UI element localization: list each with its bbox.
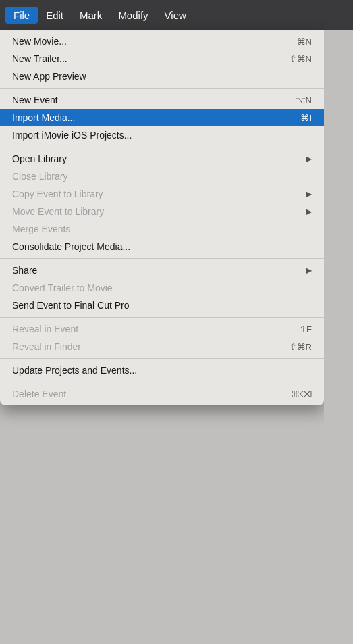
menu-item-consolidate[interactable]: Consolidate Project Media...: [0, 238, 324, 255]
menu-item-update-projects[interactable]: Update Projects and Events...: [0, 362, 324, 379]
new-trailer-label: New Trailer...: [12, 53, 67, 64]
reveal-finder-label: Reveal in Finder: [12, 341, 81, 352]
background-app: [324, 30, 353, 644]
import-media-shortcut: ⌘I: [300, 113, 312, 123]
new-event-shortcut: ⌥N: [296, 95, 312, 105]
consolidate-label: Consolidate Project Media...: [12, 241, 130, 252]
menu-item-send-final-cut[interactable]: Send Event to Final Cut Pro: [0, 297, 324, 314]
menu-bar: File Edit Mark Modify View: [0, 0, 353, 30]
open-library-arrow: ▶: [306, 154, 312, 164]
merge-events-label: Merge Events: [12, 224, 70, 234]
menu-item-reveal-finder: Reveal in Finder ⇧⌘R: [0, 338, 324, 355]
update-projects-label: Update Projects and Events...: [12, 365, 137, 376]
menu-item-delete-event: Delete Event ⌘⌫: [0, 385, 324, 403]
copy-event-arrow: ▶: [306, 189, 312, 199]
menu-item-new-app-preview[interactable]: New App Preview: [0, 68, 324, 85]
menu-item-new-event[interactable]: New Event ⌥N: [0, 91, 324, 109]
close-library-label: Close Library: [12, 171, 67, 182]
import-media-label: Import Media...: [12, 112, 75, 123]
menu-section-2: New Event ⌥N Import Media... ⌘I Import i…: [0, 89, 324, 147]
menu-section-7: Delete Event ⌘⌫: [0, 382, 324, 405]
new-movie-shortcut: ⌘N: [297, 36, 312, 47]
delete-event-label: Delete Event: [12, 389, 66, 399]
menu-item-close-library: Close Library: [0, 168, 324, 185]
menu-item-copy-event: Copy Event to Library ▶: [0, 185, 324, 203]
share-label: Share: [12, 265, 37, 276]
menu-bar-modify[interactable]: Modify: [110, 7, 156, 24]
reveal-event-shortcut: ⇧F: [299, 324, 312, 335]
reveal-finder-shortcut: ⇧⌘R: [290, 342, 312, 352]
copy-event-label: Copy Event to Library: [12, 189, 103, 199]
delete-event-shortcut: ⌘⌫: [291, 389, 312, 399]
menu-section-3: Open Library ▶ Close Library Copy Event …: [0, 147, 324, 259]
menu-item-open-library[interactable]: Open Library ▶: [0, 150, 324, 168]
menu-item-move-event: Move Event to Library ▶: [0, 203, 324, 220]
menu-bar-view[interactable]: View: [157, 7, 194, 24]
menu-item-new-movie[interactable]: New Movie... ⌘N: [0, 32, 324, 50]
menu-bar-edit[interactable]: Edit: [38, 7, 72, 24]
menu-bar-file[interactable]: File: [5, 7, 38, 24]
import-imovie-label: Import iMovie iOS Projects...: [12, 130, 132, 141]
menu-item-reveal-event: Reveal in Event ⇧F: [0, 320, 324, 338]
menu-section-1: New Movie... ⌘N New Trailer... ⇧⌘N New A…: [0, 30, 324, 89]
menu-item-import-imovie[interactable]: Import iMovie iOS Projects...: [0, 126, 324, 144]
menu-item-share[interactable]: Share ▶: [0, 262, 324, 279]
reveal-event-label: Reveal in Event: [12, 324, 78, 335]
open-library-label: Open Library: [12, 153, 67, 164]
menu-bar-mark[interactable]: Mark: [72, 7, 110, 24]
menu-section-4: Share ▶ Convert Trailer to Movie Send Ev…: [0, 259, 324, 318]
menu-section-6: Update Projects and Events...: [0, 359, 324, 382]
new-movie-label: New Movie...: [12, 36, 67, 47]
menu-item-new-trailer[interactable]: New Trailer... ⇧⌘N: [0, 50, 324, 68]
new-trailer-shortcut: ⇧⌘N: [290, 54, 312, 64]
share-arrow: ▶: [306, 266, 312, 275]
convert-trailer-label: Convert Trailer to Movie: [12, 282, 113, 293]
move-event-arrow: ▶: [306, 207, 312, 216]
move-event-label: Move Event to Library: [12, 206, 104, 217]
menu-section-5: Reveal in Event ⇧F Reveal in Finder ⇧⌘R: [0, 318, 324, 359]
new-event-label: New Event: [12, 95, 58, 105]
send-final-cut-label: Send Event to Final Cut Pro: [12, 300, 130, 311]
menu-item-import-media[interactable]: Import Media... ⌘I: [0, 109, 324, 126]
menu-item-convert-trailer: Convert Trailer to Movie: [0, 279, 324, 297]
file-dropdown-menu: New Movie... ⌘N New Trailer... ⇧⌘N New A…: [0, 30, 324, 405]
new-app-preview-label: New App Preview: [12, 71, 86, 82]
menu-item-merge-events: Merge Events: [0, 220, 324, 238]
